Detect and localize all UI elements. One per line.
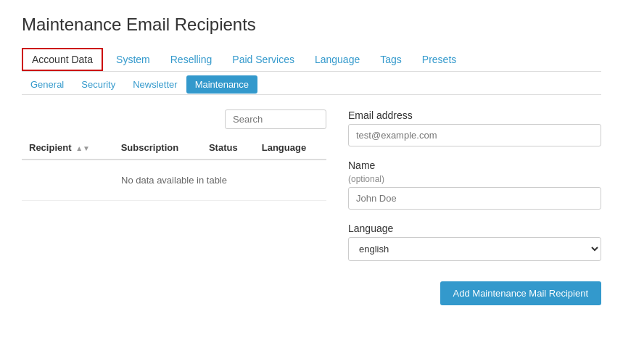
- no-data-message: No data available in table: [22, 160, 326, 201]
- secondary-nav: General Security Newsletter Maintenance: [22, 72, 601, 95]
- col-header-recipient: Recipient ▲▼: [22, 136, 114, 160]
- col-header-status: Status: [202, 136, 255, 160]
- left-panel: Recipient ▲▼ Subscription Status Languag…: [22, 109, 326, 305]
- nav-item-presets[interactable]: Presets: [412, 48, 466, 71]
- page-title: Maintenance Email Recipients: [22, 15, 601, 35]
- nav-item-paid-services[interactable]: Paid Services: [222, 48, 305, 71]
- email-input[interactable]: [348, 124, 601, 146]
- col-header-language: Language: [255, 136, 326, 160]
- table-body: No data available in table: [22, 160, 326, 201]
- sec-nav-security[interactable]: Security: [73, 75, 124, 94]
- name-input[interactable]: [348, 187, 601, 210]
- email-label: Email address: [348, 109, 601, 121]
- nav-item-system[interactable]: System: [106, 48, 160, 71]
- name-optional-label: (optional): [348, 174, 601, 184]
- sec-nav-maintenance[interactable]: Maintenance: [186, 75, 257, 94]
- table-row: No data available in table: [22, 160, 326, 201]
- name-form-group: Name (optional): [348, 160, 601, 210]
- email-form-group: Email address: [348, 109, 601, 146]
- right-panel: Email address Name (optional) Language e…: [348, 109, 601, 305]
- primary-nav: Account Data System Reselling Paid Servi…: [22, 48, 601, 72]
- sec-nav-general[interactable]: General: [22, 75, 73, 94]
- table-header: Recipient ▲▼ Subscription Status Languag…: [22, 136, 326, 160]
- sec-nav-newsletter[interactable]: Newsletter: [124, 75, 186, 94]
- data-table: Recipient ▲▼ Subscription Status Languag…: [22, 136, 326, 201]
- col-header-subscription: Subscription: [114, 136, 202, 160]
- page-container: Maintenance Email Recipients Account Dat…: [0, 0, 623, 320]
- name-label: Name: [348, 160, 601, 171]
- language-form-group: Language english german french spanish: [348, 223, 601, 261]
- nav-item-language[interactable]: Language: [305, 48, 370, 71]
- add-recipient-button[interactable]: Add Maintenance Mail Recipient: [440, 281, 601, 305]
- nav-item-reselling[interactable]: Reselling: [160, 48, 223, 71]
- language-select[interactable]: english german french spanish: [348, 237, 601, 261]
- nav-item-account-data[interactable]: Account Data: [22, 48, 103, 71]
- nav-item-tags[interactable]: Tags: [370, 48, 412, 71]
- sort-icon-recipient: ▲▼: [75, 144, 90, 152]
- search-input[interactable]: [225, 109, 326, 129]
- search-container: [22, 109, 326, 129]
- content-area: Recipient ▲▼ Subscription Status Languag…: [22, 109, 601, 305]
- language-label: Language: [348, 223, 601, 234]
